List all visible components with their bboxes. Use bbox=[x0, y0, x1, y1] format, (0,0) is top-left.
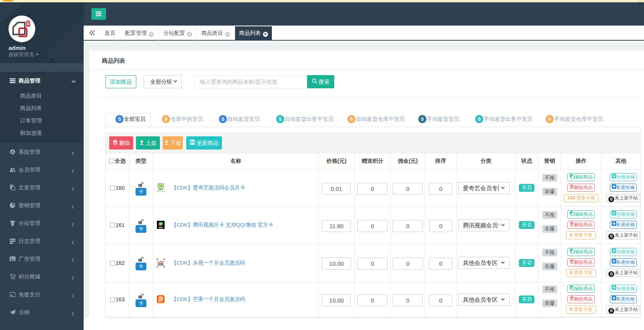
svg-text:Letv: Letv bbox=[157, 260, 164, 263]
